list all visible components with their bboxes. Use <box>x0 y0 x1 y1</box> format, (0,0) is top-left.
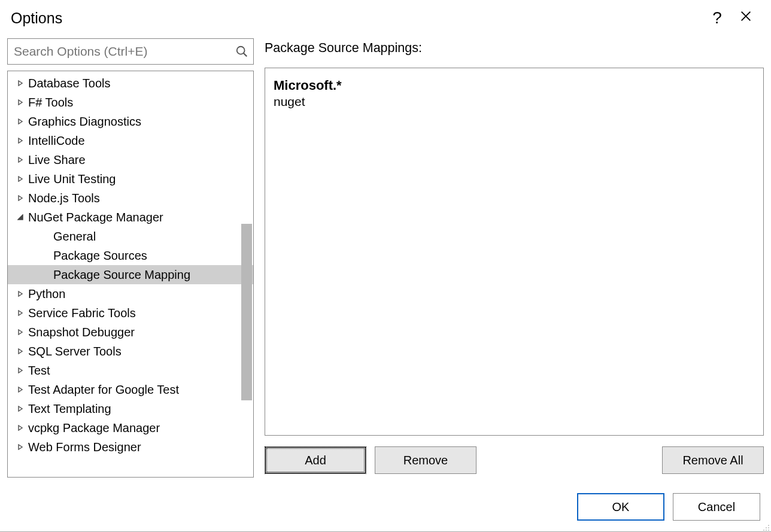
chevron-right-icon[interactable] <box>16 136 25 145</box>
chevron-right-icon[interactable] <box>16 79 25 87</box>
tree-item-label: Snapshot Debugger <box>28 326 135 339</box>
ok-button[interactable]: OK <box>577 493 664 521</box>
remove-button[interactable]: Remove <box>375 446 476 474</box>
tree-item-label: SQL Server Tools <box>28 345 122 358</box>
tree-item-label: Python <box>28 287 65 301</box>
tree-item-label: General <box>53 230 96 244</box>
svg-marker-11 <box>18 215 23 220</box>
svg-marker-5 <box>19 100 22 105</box>
close-icon <box>739 10 752 26</box>
help-icon: ? <box>712 8 722 28</box>
svg-marker-14 <box>19 330 22 335</box>
chevron-right-icon[interactable] <box>16 117 25 126</box>
svg-line-3 <box>244 53 247 57</box>
tree-item[interactable]: Service Fabric Tools <box>8 303 253 323</box>
search-input[interactable] <box>13 44 235 59</box>
tree-scrollbar-thumb[interactable] <box>241 224 252 400</box>
svg-point-21 <box>768 525 769 526</box>
svg-point-25 <box>766 530 767 531</box>
tree-item[interactable]: Snapshot Debugger <box>8 323 253 342</box>
mapping-actions: Add Remove Remove All <box>265 446 764 478</box>
chevron-right-icon[interactable] <box>16 290 25 298</box>
help-button[interactable]: ? <box>703 6 731 30</box>
options-tree-container: Database ToolsF# ToolsGraphics Diagnosti… <box>7 71 254 478</box>
tree-item[interactable]: Graphics Diagnostics <box>8 112 253 131</box>
tree-item[interactable]: SQL Server Tools <box>8 342 253 361</box>
chevron-right-icon[interactable] <box>16 98 25 107</box>
mappings-listbox[interactable]: Microsoft.* nuget <box>265 68 764 436</box>
chevron-right-icon[interactable] <box>16 347 25 355</box>
tree-item[interactable]: General <box>8 227 253 246</box>
tree-item-label: Web Forms Designer <box>28 440 141 454</box>
chevron-down-icon[interactable] <box>16 213 25 221</box>
chevron-right-icon[interactable] <box>16 309 25 317</box>
tree-item-label: Test Adapter for Google Test <box>28 383 179 397</box>
tree-item-label: NuGet Package Manager <box>28 211 163 224</box>
tree-item[interactable]: vcpkg Package Manager <box>8 418 253 437</box>
chevron-right-icon[interactable] <box>16 175 25 183</box>
right-column: Package Source Mappings: Microsoft.* nug… <box>265 38 764 478</box>
tree-item[interactable]: Web Forms Designer <box>8 437 253 457</box>
content-area: Database ToolsF# ToolsGraphics Diagnosti… <box>0 38 771 478</box>
tree-item-label: Live Share <box>28 153 86 167</box>
tree-item-label: Text Templating <box>28 402 111 416</box>
svg-point-22 <box>766 527 767 528</box>
close-button[interactable] <box>731 6 760 30</box>
chevron-right-icon[interactable] <box>16 405 25 413</box>
search-box[interactable] <box>7 38 254 65</box>
tree-item-label: Graphics Diagnostics <box>28 115 141 129</box>
tree-item[interactable]: Test <box>8 361 253 380</box>
tree-item-label: Test <box>28 364 50 378</box>
tree-indent <box>41 270 50 279</box>
tree-item[interactable]: Package Source Mapping <box>8 265 253 284</box>
svg-marker-18 <box>19 406 22 411</box>
svg-point-23 <box>768 527 769 528</box>
svg-point-26 <box>768 530 769 531</box>
tree-item-label: Node.js Tools <box>28 191 100 205</box>
svg-marker-7 <box>19 138 22 143</box>
tree-item-label: Package Sources <box>53 249 147 263</box>
chevron-right-icon[interactable] <box>16 443 25 451</box>
svg-marker-17 <box>19 387 22 392</box>
options-tree[interactable]: Database ToolsF# ToolsGraphics Diagnosti… <box>8 71 253 477</box>
tree-item[interactable]: NuGet Package Manager <box>8 208 253 227</box>
mappings-heading: Package Source Mappings: <box>265 41 764 56</box>
remove-all-button[interactable]: Remove All <box>662 446 764 474</box>
tree-item-label: Database Tools <box>28 77 111 90</box>
chevron-right-icon[interactable] <box>16 385 25 394</box>
titlebar: Options ? <box>0 0 771 38</box>
svg-marker-6 <box>19 119 22 124</box>
chevron-right-icon[interactable] <box>16 156 25 164</box>
tree-item[interactable]: Live Share <box>8 150 253 169</box>
svg-marker-20 <box>19 445 22 449</box>
chevron-right-icon[interactable] <box>16 194 25 202</box>
tree-indent <box>41 232 50 241</box>
tree-item[interactable]: Database Tools <box>8 74 253 93</box>
tree-item[interactable]: Test Adapter for Google Test <box>8 380 253 399</box>
cancel-button[interactable]: Cancel <box>673 493 760 521</box>
tree-indent <box>41 251 50 260</box>
tree-item[interactable]: IntelliCode <box>8 131 253 150</box>
tree-item[interactable]: Text Templating <box>8 399 253 418</box>
chevron-right-icon[interactable] <box>16 366 25 375</box>
tree-item-label: vcpkg Package Manager <box>28 421 160 435</box>
svg-marker-10 <box>19 196 22 200</box>
tree-item-label: Service Fabric Tools <box>28 306 136 320</box>
svg-marker-16 <box>19 368 22 373</box>
dialog-footer: OK Cancel <box>0 478 771 531</box>
svg-marker-15 <box>19 349 22 354</box>
tree-item-label: IntelliCode <box>28 134 85 148</box>
svg-point-24 <box>763 530 764 531</box>
add-button[interactable]: Add <box>265 446 366 474</box>
tree-item[interactable]: Live Unit Testing <box>8 169 253 189</box>
resize-grip[interactable] <box>760 521 770 531</box>
tree-item[interactable]: Package Sources <box>8 246 253 265</box>
chevron-right-icon[interactable] <box>16 328 25 336</box>
mapping-entry[interactable]: Microsoft.* nuget <box>274 78 755 109</box>
svg-marker-19 <box>19 425 22 430</box>
dialog-title: Options <box>11 10 703 27</box>
chevron-right-icon[interactable] <box>16 424 25 432</box>
tree-item[interactable]: F# Tools <box>8 93 253 112</box>
tree-item[interactable]: Python <box>8 284 253 303</box>
tree-item[interactable]: Node.js Tools <box>8 189 253 208</box>
